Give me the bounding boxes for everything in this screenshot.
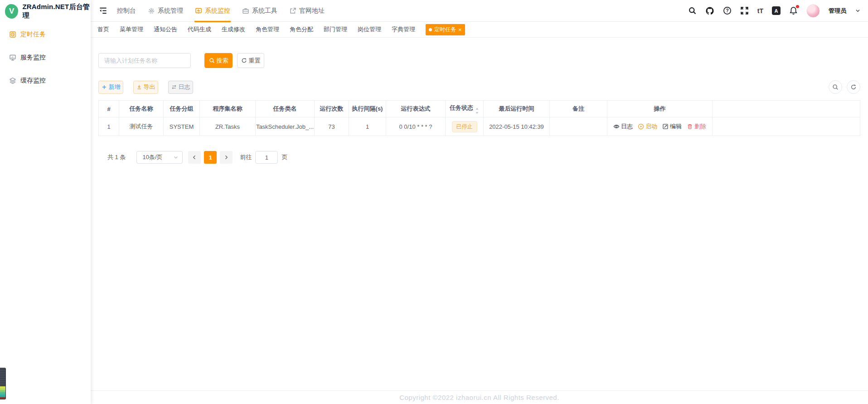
notification-dot [796,5,799,8]
perf-stripe [0,397,5,399]
content-area: 搜索 重置 新增 导出 日志 [91,38,868,390]
sidebar-item-service-monitor[interactable]: 服务监控 [0,46,91,69]
col-task-name: 任务名称 [119,101,164,117]
nav-item-official-site[interactable]: 官网地址 [283,0,330,22]
nav-item-system-monitor[interactable]: 系统监控 [189,0,236,22]
search-icon[interactable] [688,6,697,15]
translate-icon[interactable]: A [772,6,781,15]
col-status: 任务状态 [446,101,484,117]
cell-job-class: TaskScheduler.Job_... [256,117,315,136]
briefcase-icon [242,7,249,15]
chevron-down-icon[interactable] [855,8,861,14]
cell-task-name: 测试任务 [119,117,164,136]
action-label: 编辑 [670,122,682,131]
tab-home[interactable]: 首页 [97,25,109,34]
next-page-button[interactable] [220,151,233,164]
play-circle-icon [638,123,644,130]
tab-code-generation[interactable]: 代码生成 [188,25,211,34]
row-edit-link[interactable]: 编辑 [662,122,682,131]
perf-monitor-graph [0,368,5,386]
tab-scheduled-tasks-active[interactable]: 定时任务 × [426,24,465,35]
logo-letter: V [9,7,14,16]
font-size-icon[interactable]: tT [757,7,763,15]
sidebar-item-cache-monitor[interactable]: 缓存监控 [0,69,91,92]
pagination: 共 1 条 10条/页 1 前往 页 [98,151,860,164]
tab-role-management[interactable]: 角色管理 [256,25,279,34]
plus-icon [102,84,107,90]
refresh-icon [241,58,247,63]
chevron-left-icon [192,155,197,160]
tab-dictionary-management[interactable]: 字典管理 [392,25,415,34]
cell-task-group: SYSTEM [164,117,200,136]
table-header-row: # 任务名称 任务分组 程序集名称 任务类名 运行次数 执行间隔(s) 运行表达… [99,101,860,117]
user-name[interactable]: 管理员 [829,7,846,15]
export-button[interactable]: 导出 [133,81,158,94]
table-row[interactable]: 1 测试任务 SYSTEM ZR.Tasks TaskScheduler.Job… [99,117,860,136]
sidebar-collapse-icon[interactable] [95,6,111,15]
export-button-label: 导出 [144,83,155,91]
tab-bar: 首页 菜单管理 通知公告 代码生成 生成修改 角色管理 角色分配 部门管理 岗位… [91,22,868,38]
toolbar-row: 新增 导出 日志 [98,80,860,94]
sidebar-item-label: 定时任务 [20,30,46,39]
nav-item-system-tools[interactable]: 系统工具 [236,0,283,22]
tasks-table: # 任务名称 任务分组 程序集名称 任务类名 运行次数 执行间隔(s) 运行表达… [98,100,860,136]
cell-assembly: ZR.Tasks [200,117,256,136]
col-interval: 执行间隔(s) [349,101,386,117]
col-filler [713,101,860,117]
reset-button[interactable]: 重置 [237,53,264,68]
page-size-value: 10条/页 [142,153,162,161]
github-icon[interactable] [705,6,714,15]
tab-notice[interactable]: 通知公告 [154,25,177,34]
cell-run-count: 73 [315,117,349,136]
edit-icon [662,123,669,130]
reset-button-label: 重置 [249,57,261,65]
nav-item-console[interactable]: 控制台 [111,0,142,22]
row-log-link[interactable]: 日志 [613,122,633,131]
app-logo-row[interactable]: V ZRAdmin.NET后台管理 [0,0,91,23]
add-button[interactable]: 新增 [98,81,123,94]
prev-page-button[interactable] [188,151,201,164]
log-button[interactable]: 日志 [168,81,193,94]
cell-cron: 0 0/10 * * * ? [386,117,446,136]
tab-role-assignment[interactable]: 角色分配 [290,25,313,34]
col-actions: 操作 [607,101,713,117]
tab-close-icon[interactable]: × [458,27,462,33]
refresh-table-button[interactable] [847,80,860,94]
tab-generation-edit[interactable]: 生成修改 [222,25,245,34]
page-number-1[interactable]: 1 [204,151,217,164]
col-cron: 运行表达式 [386,101,446,117]
toggle-search-button[interactable] [829,80,842,94]
main-column: 控制台 系统管理 系统监控 系统工具 官网地址 [91,0,868,404]
sidebar-item-label: 服务监控 [20,54,46,62]
sort-carets-icon[interactable] [475,108,479,114]
page-size-select[interactable]: 10条/页 [136,151,183,164]
nav-item-system-management[interactable]: 系统管理 [142,0,189,22]
cache-layers-icon [9,77,16,84]
monitor-pulse-icon [195,7,202,15]
col-status-label: 任务状态 [450,104,473,111]
chevron-right-icon [223,155,229,160]
goto-page-input[interactable] [255,151,278,164]
tab-position-management[interactable]: 岗位管理 [358,25,381,34]
status-badge: 已停止 [452,121,477,132]
user-avatar[interactable] [806,4,820,18]
tab-menu-management[interactable]: 菜单管理 [120,25,143,34]
search-button[interactable]: 搜索 [204,53,233,68]
schedule-clock-icon [9,31,16,38]
perf-monitor-widget[interactable] [0,368,6,399]
row-delete-link[interactable]: 删除 [687,122,706,131]
fullscreen-icon[interactable] [740,6,749,15]
app-logo: V [5,4,18,19]
task-name-search-input[interactable] [98,53,191,68]
col-last-run-time: 最后运行时间 [484,101,550,117]
sidebar-item-scheduled-tasks[interactable]: 定时任务 [0,23,91,46]
notification-bell-icon[interactable] [789,6,798,15]
tab-department-management[interactable]: 部门管理 [324,25,347,34]
row-start-link[interactable]: 启动 [638,122,657,131]
top-navbar: 控制台 系统管理 系统监控 系统工具 官网地址 [91,0,868,22]
add-button-label: 新增 [109,83,121,91]
external-link-icon [289,7,296,15]
page-unit-label: 页 [281,153,287,161]
cell-index: 1 [99,117,119,136]
help-icon[interactable]: ? [723,6,732,15]
